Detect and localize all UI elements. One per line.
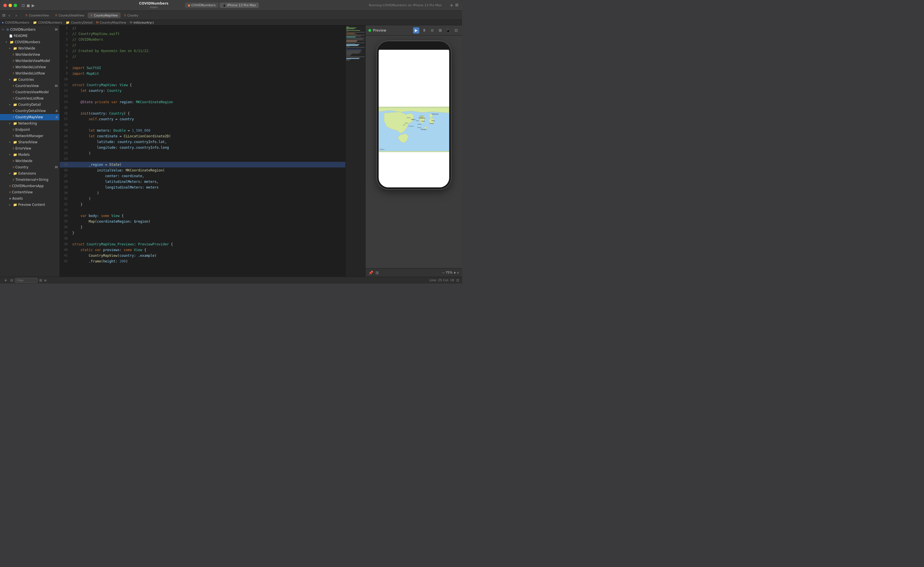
add-tab-button[interactable]: + [450, 3, 454, 8]
sidebar-item-timeinterval[interactable]: ⧖ TimeInterval+String [0, 177, 59, 183]
structure-icon[interactable]: ⊟ [2, 13, 5, 17]
sidebar-item-preview-content[interactable]: ▸ 📁 Preview Content [0, 202, 59, 208]
nav-back-button[interactable]: ‹ [6, 12, 12, 18]
sidebar-item-sharedview-group[interactable]: ▾ 📁 SharedView [0, 139, 59, 145]
sidebar-item-countriesview[interactable]: ⧖ CountriesView M [0, 83, 59, 89]
sidebar-worldwidelistview-label: WorldwideListView [15, 65, 46, 69]
sidebar-item-worldwideview[interactable]: ⧖ WorldwideView [0, 51, 59, 58]
sidebar-covidnumbers-label: COVIDNumbers [15, 40, 40, 44]
sidebar-item-contentview[interactable]: ⧖ ContentView [0, 189, 59, 195]
sidebar-item-models-group[interactable]: ▾ 📁 Models [0, 152, 59, 158]
sidebar-models-label: Models [18, 153, 30, 157]
tab-countrydetailview[interactable]: ⧖ CountryDetailView [53, 12, 87, 18]
sidebar-toggle-icon[interactable]: ⊡ [22, 3, 25, 8]
tab-countrymapview[interactable]: ⧖ CountryMapView [88, 12, 121, 18]
code-line-37: 37 } [60, 230, 346, 236]
tab-countriesview[interactable]: ⧖ CountriesView [23, 12, 52, 18]
titlebar: ⊡ ◼ ▶ COVIDNumbers main ● COVIDNumbers 📱… [0, 0, 462, 11]
sidebar-item-worldwidelistrow[interactable]: ⧖ WorldwideListRow [0, 70, 59, 76]
sidebar-item-worldwidelistview[interactable]: ⧖ WorldwideListView [0, 64, 59, 70]
maximize-button[interactable] [14, 4, 17, 7]
sidebar-item-extensions-group[interactable]: ▾ 📁 Extensions [0, 170, 59, 177]
breadcrumb-item-1[interactable]: COVIDNumbers [38, 21, 62, 24]
sidebar-item-countriesviewmodel[interactable]: ⧖ CountriesViewModel [0, 89, 59, 95]
sidebar-item-endpoint[interactable]: ⧖ Endpoint [0, 126, 59, 133]
code-line-16: 16 init(country: Country) { [60, 111, 346, 116]
pin-icon[interactable]: 📌 [368, 270, 373, 275]
code-line-32: 32 } [60, 202, 346, 207]
svg-text:Zhengzhou: Zhengzhou [408, 126, 414, 127]
sidebar-item-countrieslistrow[interactable]: ⧖ CountriesListRow [0, 95, 59, 102]
sidebar-item-worldwideviewmodel[interactable]: ⧖ WorldwideViewModel [0, 58, 59, 64]
doc-icon: 📄 [9, 34, 12, 38]
breadcrumb-item-3[interactable]: CountryMapView [100, 21, 126, 24]
status-right: Line: 25 Col: 18 ⊡ [430, 278, 459, 282]
map-area: Vladivostok Shenyang NORTH KOREA Seoul T… [379, 106, 449, 152]
code-line-5: 5 // Created by Hyeonmin Seo on 6/11/22. [60, 48, 346, 54]
zoom-dropdown-button[interactable]: ▾ [454, 270, 456, 275]
layout-icon[interactable]: ⊡ [456, 278, 459, 282]
code-minimap [346, 25, 365, 277]
sidebar-item-errorview[interactable]: ⧖ ErrorView [0, 145, 59, 152]
breadcrumb-item-4[interactable]: init(country:) [134, 21, 154, 24]
minimize-button[interactable] [9, 4, 12, 7]
sidebar-item-assets[interactable]: ◈ Assets [0, 195, 59, 202]
status-icon-2[interactable]: ≡ [44, 278, 47, 282]
breadcrumb-item-0[interactable]: COVIDNumbers [5, 21, 29, 24]
breadcrumb-item-2[interactable]: CountryDetail [71, 21, 92, 24]
code-line-26: 26 initialValue: MKCoordinateRegion( [60, 168, 346, 173]
folder-icon: 📁 [13, 103, 17, 106]
close-button[interactable] [3, 4, 7, 7]
preview-panel: Preview ▶ ⏸ ⊙ ⊞ 📱 ⊡ [365, 25, 462, 277]
status-icon-1[interactable]: ⊞ [39, 278, 42, 282]
tab-countriesview-label: CountriesView [29, 14, 49, 17]
zoom-control: − 75% ▾ + [442, 270, 459, 275]
zoom-plus-button[interactable]: + [457, 270, 459, 275]
sidebar-item-countrymapview[interactable]: ⧖ CountryMapView A [0, 114, 59, 120]
grid-icon[interactable]: ⊞ [376, 270, 379, 275]
file-tabs: ⧖ CountriesView ⧖ CountryDetailView ⧖ Co… [23, 12, 141, 18]
sidebar-item-worldwide[interactable]: ⧖ Worldwide [0, 158, 59, 164]
xcode-window: ⊡ ◼ ▶ COVIDNumbers main ● COVIDNumbers 📱… [0, 0, 462, 284]
sidebar-item-covidnumbers-group[interactable]: ▾ 📁 COVIDNumbers [0, 39, 59, 45]
preview-pause-button[interactable]: ⏸ [421, 27, 427, 33]
svg-text:Vladivostok: Vladivostok [431, 114, 439, 115]
stop-button[interactable]: ◼ [27, 3, 30, 8]
breadcrumb-func-icon: M [130, 21, 132, 24]
code-line-41: 41 CountryMapView(country: .example) [60, 253, 346, 258]
zoom-minus-button[interactable]: − [442, 270, 444, 275]
sidebar-countries-label: Countries [18, 78, 34, 82]
sidebar-item-countrydetailview[interactable]: ⧖ CountryDetailView A [0, 108, 59, 114]
run-button[interactable]: ▶ [32, 3, 35, 8]
preview-device-button[interactable]: 📱 [445, 27, 451, 33]
preview-play-button[interactable]: ▶ [413, 27, 419, 33]
tab-iphone[interactable]: 📱 iPhone 13 Pro Max [219, 3, 259, 8]
code-editor[interactable]: 1 // 2 // CountryMapView.swift 3 // COVI… [60, 25, 346, 277]
tab-covidnumbers[interactable]: ● COVIDNumbers [185, 3, 218, 8]
preview-share-button[interactable]: ⊞ [437, 27, 443, 33]
code-line-23: 23 ) [60, 150, 346, 156]
sidebar-item-country[interactable]: ⧖ Country M [0, 164, 59, 170]
running-label: Running COVIDNumbers on iPhone 13 Pro Ma… [369, 3, 442, 7]
sidebar-item-countries-group[interactable]: ▾ 📁 Countries [0, 76, 59, 83]
filter-input[interactable] [15, 278, 38, 283]
sidebar-item-networking-group[interactable]: ▾ 📁 Networking [0, 120, 59, 126]
tab-country[interactable]: ⧖ Country [121, 12, 141, 18]
add-file-button[interactable]: + [3, 278, 9, 283]
preview-inspect-button[interactable]: ⊙ [429, 27, 435, 33]
preview-more-button[interactable]: ⊡ [453, 27, 459, 33]
sidebar-extensions-label: Extensions [18, 171, 36, 176]
sidebar-item-project[interactable]: ▾ ⚙ COVIDNumbers M [0, 27, 59, 33]
code-line-36: 36 } [60, 224, 346, 230]
svg-text:Mapbox: Mapbox [380, 149, 385, 150]
nav-forward-button[interactable]: › [14, 12, 19, 18]
sidebar-item-networkmanager[interactable]: ⧖ NetworkManager [0, 133, 59, 139]
chevron-icon: ▾ [2, 28, 5, 31]
sidebar-item-covidnumbersapp[interactable]: ⧖ COVIDNumbersApp [0, 183, 59, 189]
svg-text:Dalian: Dalian [416, 120, 419, 122]
sidebar-item-countrydetail-group[interactable]: ▾ 📁 CountryDetail [0, 102, 59, 108]
sidebar-item-worldwide-group[interactable]: ▾ 📁 Worldwide [0, 45, 59, 51]
sidebar-item-readme[interactable]: 📄 README [0, 33, 59, 39]
swift-icon: ⧖ [12, 147, 14, 150]
layout-toggle-button[interactable]: ⊞ [455, 3, 458, 8]
